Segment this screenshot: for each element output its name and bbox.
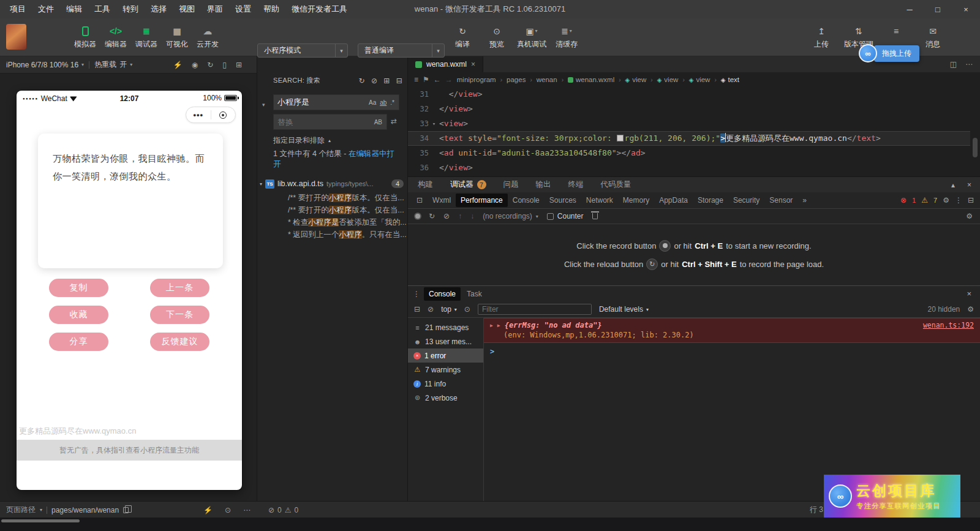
- bottom-panel-tab[interactable]: 问题: [503, 179, 519, 190]
- code-line[interactable]: 36</view>: [408, 160, 970, 175]
- message-button[interactable]: ✉消息: [919, 24, 947, 50]
- error-source-link[interactable]: wenan.ts:192: [923, 321, 974, 330]
- horizontal-scrollbar[interactable]: [1, 519, 80, 522]
- drawer-menu-icon[interactable]: ⋮: [413, 290, 420, 298]
- detach-window-icon[interactable]: ⊞: [236, 61, 242, 69]
- capsule-more-button[interactable]: •••: [186, 110, 211, 119]
- phone-action-button[interactable]: 分享: [49, 333, 108, 351]
- titlebar-menu[interactable]: 选择: [145, 0, 173, 18]
- expand-icon[interactable]: ▶: [490, 323, 493, 328]
- close-button[interactable]: ×: [952, 0, 980, 18]
- drag-upload-badge[interactable]: ∞ 拖拽上传: [859, 44, 919, 62]
- mode-select[interactable]: 小程序模式 ▾: [257, 43, 348, 58]
- phone-action-button[interactable]: 上一条: [150, 279, 209, 297]
- compile-mode-select[interactable]: 普通编译 ▾: [358, 43, 445, 58]
- toggle-replace-icon[interactable]: ▾: [262, 102, 265, 108]
- breadcrumb-item[interactable]: pages: [507, 76, 526, 83]
- expand-icon[interactable]: ▶: [497, 323, 500, 328]
- phone-action-button[interactable]: 收藏: [49, 306, 108, 324]
- dock-side-icon[interactable]: ⊡: [412, 196, 428, 205]
- settings-gear-icon[interactable]: ⚙: [943, 197, 949, 204]
- close-tab-icon[interactable]: ×: [471, 60, 475, 69]
- titlebar-menu[interactable]: 帮助: [257, 0, 285, 18]
- code-line[interactable]: 35<ad unit-id="adunit-8aa233a104548f80">…: [408, 146, 970, 160]
- cloud-dev-button[interactable]: ☁云开发: [194, 24, 222, 50]
- error-object[interactable]: {errMsg: "no ad data"}: [505, 321, 602, 330]
- breadcrumb-item[interactable]: wenan.wxml: [568, 76, 614, 83]
- search-dirs-toggle[interactable]: 指定目录和排除 ▴: [273, 135, 331, 146]
- signal-icon[interactable]: ⚡: [173, 61, 183, 69]
- split-editor-icon[interactable]: ◫: [950, 61, 957, 68]
- dock-bottom-icon[interactable]: ⊟: [968, 197, 974, 204]
- whole-word-icon[interactable]: ab: [378, 99, 388, 106]
- debugger-button[interactable]: ≣调试器: [132, 24, 160, 50]
- open-in-editor-icon[interactable]: ⊞: [383, 77, 390, 85]
- titlebar-menu[interactable]: 微信开发者工具: [285, 0, 353, 18]
- simulator-button[interactable]: 模拟器: [71, 24, 99, 50]
- user-avatar[interactable]: [6, 24, 26, 50]
- devtools-tab-network[interactable]: Network: [581, 194, 618, 207]
- devtools-tab-security[interactable]: Security: [728, 194, 764, 207]
- reload-record-icon[interactable]: ↻: [429, 213, 435, 220]
- hidden-messages-label[interactable]: 20 hidden: [928, 305, 960, 314]
- match-case-icon[interactable]: Aa: [367, 99, 378, 106]
- breadcrumb-item[interactable]: ◈view: [625, 76, 647, 83]
- console-filter-row[interactable]: ×1 error: [408, 348, 483, 363]
- editor-tab-wenan-wxml[interactable]: wenan.wxml ×: [408, 56, 483, 72]
- devtools-tab-console[interactable]: Console: [508, 194, 545, 207]
- regex-icon[interactable]: .*: [388, 99, 396, 106]
- clear-console-icon[interactable]: ⊘: [428, 306, 434, 313]
- code-line[interactable]: 34<text style="font-size: 30rpx;color: r…: [408, 131, 970, 146]
- bottom-panel-tab[interactable]: 终端: [568, 179, 584, 190]
- devtools-tab-performance[interactable]: Performance: [456, 194, 508, 207]
- recordings-select[interactable]: (no recordings) ▾: [483, 212, 538, 220]
- breadcrumb-item[interactable]: ◈view: [657, 76, 679, 83]
- console-filter-row[interactable]: i11 info: [408, 377, 483, 391]
- refresh-icon[interactable]: ↻: [359, 77, 365, 85]
- console-filter-row[interactable]: ⊚2 verbose: [408, 391, 483, 405]
- close-panel-icon[interactable]: ×: [967, 181, 971, 189]
- copy-icon[interactable]: [123, 507, 129, 513]
- console-settings-icon[interactable]: ⚙: [967, 306, 974, 313]
- search-result-item[interactable]: /** 要打开的小程序版本。仅在当...: [257, 192, 407, 204]
- back-icon[interactable]: ←: [434, 75, 441, 84]
- clear-results-icon[interactable]: ⊘: [371, 77, 377, 85]
- breadcrumb-item[interactable]: ◈text: [721, 76, 739, 83]
- devtools-tab-appdata[interactable]: AppData: [654, 194, 693, 207]
- record-button[interactable]: [415, 214, 420, 219]
- bookmark-icon[interactable]: ⚑: [423, 75, 429, 84]
- console-filter-row[interactable]: ☻13 user mes...: [408, 334, 483, 348]
- more-icon[interactable]: ⋯: [243, 507, 251, 514]
- live-expression-eye-icon[interactable]: ⊙: [464, 306, 470, 313]
- replace-input[interactable]: [274, 118, 372, 127]
- titlebar-menu[interactable]: 编辑: [60, 0, 88, 18]
- console-filter-row[interactable]: ≡21 messages: [408, 320, 483, 334]
- titlebar-menu[interactable]: 视图: [173, 0, 201, 18]
- search-file-row[interactable]: ▾ TS lib.wx.api.d.ts typings/types\... 4: [260, 177, 404, 190]
- clear-cache-button[interactable]: ≣▾清缓存: [552, 24, 581, 50]
- devtools-tab-wxml[interactable]: Wxml: [428, 194, 456, 207]
- devtools-tab-memory[interactable]: Memory: [618, 194, 654, 207]
- bottom-panel-tab[interactable]: 代码质量: [601, 179, 631, 190]
- hot-reload-toggle[interactable]: 热重载 开 ▾: [94, 59, 132, 70]
- preview-button[interactable]: ⊙预览: [483, 24, 511, 50]
- close-drawer-icon[interactable]: ×: [967, 290, 975, 298]
- remote-debug-button[interactable]: ▣▾真机调试: [517, 24, 546, 50]
- console-filter-row[interactable]: ⚠7 warnings: [408, 363, 483, 377]
- refresh-icon[interactable]: ↻: [207, 61, 213, 69]
- breadcrumb-item[interactable]: wenan: [537, 76, 557, 83]
- editor-button[interactable]: </>编辑器: [102, 24, 130, 50]
- phone-action-button[interactable]: 下一条: [150, 306, 209, 324]
- bottom-panel-tab[interactable]: 构建: [418, 179, 433, 190]
- bottom-panel-tab[interactable]: 调试器7: [450, 179, 486, 190]
- console-drawer-tab-task[interactable]: Task: [462, 287, 487, 301]
- titlebar-menu[interactable]: 设置: [229, 0, 257, 18]
- console-sidebar-toggle-icon[interactable]: ⊟: [414, 306, 420, 313]
- more-tabs-icon[interactable]: »: [797, 196, 812, 205]
- forward-icon[interactable]: →: [445, 75, 453, 84]
- upload-button[interactable]: ↥上传: [807, 24, 835, 50]
- titlebar-menu[interactable]: 文件: [32, 0, 60, 18]
- compile-button[interactable]: ↻编译: [448, 24, 477, 50]
- eye-icon[interactable]: ⊙: [225, 507, 231, 514]
- counter-checkbox[interactable]: [547, 213, 554, 220]
